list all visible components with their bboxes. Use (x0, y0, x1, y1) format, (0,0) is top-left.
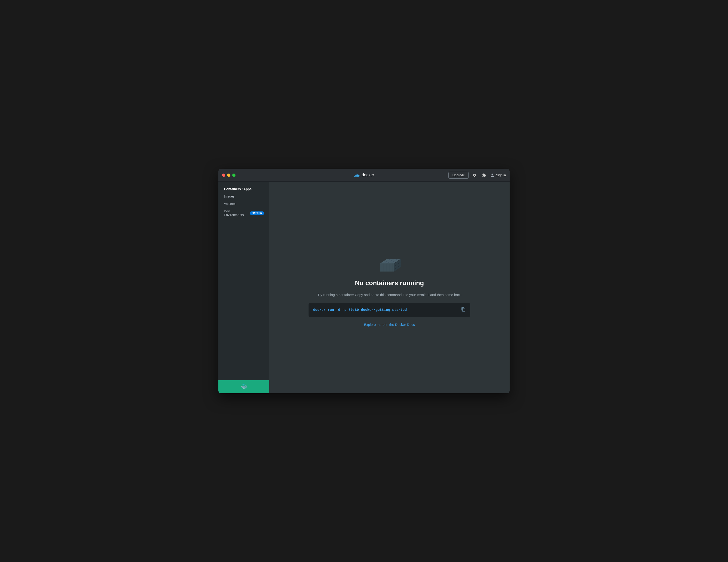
close-button[interactable] (222, 174, 225, 177)
sidebar-item-containers[interactable]: Containers / Apps (218, 185, 269, 193)
sign-in-button[interactable]: Sign in (490, 173, 506, 177)
sidebar-item-images[interactable]: Images (218, 193, 269, 200)
sidebar-nav: Containers / Apps Images Volumes Dev Env… (218, 185, 269, 380)
account-icon (490, 173, 495, 177)
titlebar-center: docker (354, 173, 374, 177)
copy-icon[interactable] (461, 307, 466, 313)
empty-state: No containers running Try running a cont… (309, 248, 470, 327)
titlebar-right: Upgrade Sign in (448, 171, 506, 179)
footer-whale-icon: 🐳 (241, 384, 247, 390)
app-window: docker Upgrade Sign in (218, 169, 510, 393)
sidebar-item-volumes[interactable]: Volumes (218, 200, 269, 208)
command-box: docker run -d -p 80:80 docker/getting-st… (309, 303, 470, 317)
docker-whale-icon (354, 173, 360, 177)
minimize-button[interactable] (227, 174, 230, 177)
titlebar: docker Upgrade Sign in (218, 169, 510, 182)
docker-logo-text: docker (362, 173, 374, 177)
main-layout: Containers / Apps Images Volumes Dev Env… (218, 182, 510, 393)
maximize-button[interactable] (232, 174, 236, 177)
sidebar-item-dev-environments-label: Dev Environments (224, 209, 248, 217)
docker-logo: docker (354, 173, 374, 177)
extension-button[interactable] (480, 171, 488, 179)
empty-title: No containers running (355, 279, 424, 287)
sidebar: Containers / Apps Images Volumes Dev Env… (218, 182, 269, 393)
settings-button[interactable] (471, 171, 478, 179)
traffic-lights (222, 174, 236, 177)
empty-subtitle: Try running a container: Copy and paste … (317, 292, 461, 298)
sidebar-item-dev-environments[interactable]: Dev Environments PREVIEW (218, 208, 269, 219)
sidebar-item-containers-label: Containers / Apps (224, 187, 251, 191)
container-illustration (376, 248, 403, 274)
sidebar-footer: 🐳 (218, 380, 269, 393)
gear-icon (472, 173, 477, 177)
docs-link[interactable]: Explore more in the Docker Docs (364, 323, 415, 327)
copy-svg-icon (461, 307, 466, 312)
main-content: No containers running Try running a cont… (269, 182, 510, 393)
extension-icon (482, 173, 486, 177)
sidebar-item-volumes-label: Volumes (224, 202, 236, 206)
command-text: docker run -d -p 80:80 docker/getting-st… (313, 308, 407, 312)
sidebar-item-images-label: Images (224, 195, 235, 198)
upgrade-button[interactable]: Upgrade (448, 172, 469, 179)
sign-in-label: Sign in (496, 173, 506, 177)
preview-badge: PREVIEW (250, 211, 264, 215)
